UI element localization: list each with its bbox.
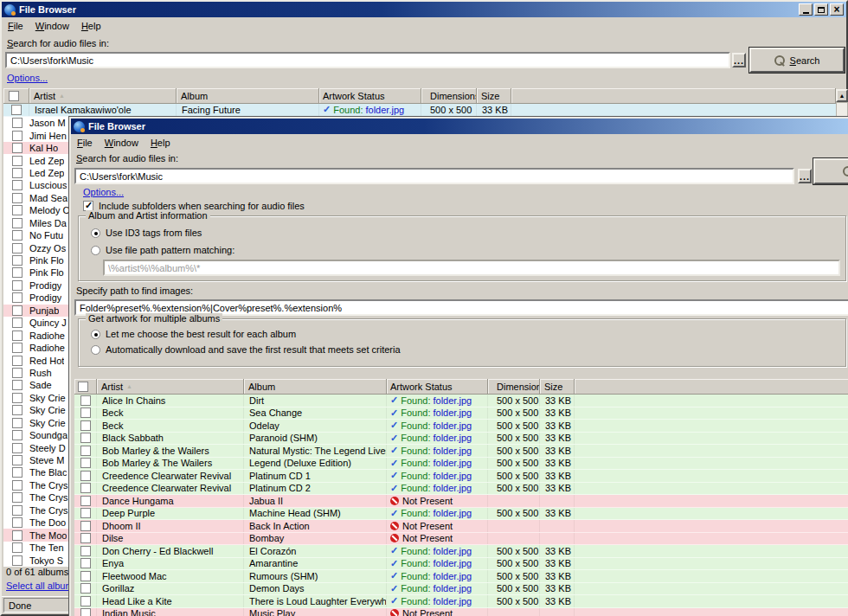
artwork-file-link[interactable]: folder.jpg: [433, 508, 472, 518]
row-checkbox[interactable]: [12, 230, 22, 241]
search-path-input[interactable]: [5, 52, 730, 68]
album-row[interactable]: BeckSea Change✓Found:folder.jpg500 x 500…: [74, 407, 848, 420]
row-checkbox[interactable]: [80, 496, 91, 506]
artwork-file-link[interactable]: folder.jpg: [433, 483, 472, 493]
album-row[interactable]: Bob Marley & the WailersNatural Mystic: …: [74, 445, 848, 458]
row-checkbox[interactable]: [12, 243, 22, 253]
column-header-album[interactable]: Album: [177, 88, 319, 104]
row-checkbox[interactable]: [12, 218, 22, 228]
close-button[interactable]: [830, 3, 844, 16]
artwork-file-link[interactable]: folder.jpg: [433, 433, 472, 443]
row-checkbox[interactable]: [12, 517, 22, 528]
row-checkbox[interactable]: [12, 480, 22, 491]
artwork-file-link[interactable]: folder.jpg: [433, 571, 472, 581]
row-checkbox[interactable]: [12, 356, 22, 366]
artwork-file-link[interactable]: folder.jpg: [433, 395, 472, 406]
album-row[interactable]: Bob Marley & The WailersLegend (Deluxe E…: [74, 458, 848, 471]
select-all-link[interactable]: Select all albun: [6, 581, 71, 591]
browse-button[interactable]: ...: [732, 53, 746, 67]
column-header-artwork-status[interactable]: Artwork Status: [319, 88, 421, 104]
row-checkbox[interactable]: [80, 583, 91, 594]
row-checkbox[interactable]: [12, 555, 22, 566]
auto-download-radio[interactable]: [91, 345, 100, 355]
album-row[interactable]: Don Cherry - Ed BlackwellEl Corazón✓Foun…: [74, 545, 848, 558]
menu-window[interactable]: Window: [29, 19, 75, 33]
artwork-file-link[interactable]: folder.jpg: [433, 471, 472, 481]
artwork-file-link[interactable]: folder.jpg: [433, 583, 472, 594]
row-checkbox[interactable]: [12, 156, 22, 166]
album-row[interactable]: Creedence Clearwater RevivalPlatinum CD …: [74, 470, 848, 483]
row-checkbox[interactable]: [12, 443, 22, 453]
column-header-artwork-status[interactable]: Artwork Status: [387, 379, 488, 395]
use-id3-radio[interactable]: [91, 228, 100, 238]
row-checkbox[interactable]: [80, 446, 91, 456]
row-checkbox[interactable]: [80, 508, 91, 518]
pattern-input[interactable]: [103, 260, 840, 276]
column-header-dimensions[interactable]: Dimensions: [421, 88, 477, 104]
select-all-checkbox[interactable]: [78, 382, 88, 392]
row-checkbox[interactable]: [80, 546, 91, 556]
column-header-artist[interactable]: Artist▲: [29, 88, 177, 104]
search-button[interactable]: Search: [749, 48, 845, 73]
bg-titlebar[interactable]: File Browser: [2, 2, 846, 17]
album-row[interactable]: GorillazDemon Days✓Found:folder.jpg500 x…: [74, 583, 848, 596]
album-row[interactable]: Dhoom IIBack In ActionNot Present: [74, 520, 848, 533]
row-checkbox[interactable]: [12, 168, 22, 178]
row-checkbox[interactable]: [12, 343, 22, 353]
row-checkbox[interactable]: [80, 571, 91, 581]
scrollbar-track[interactable]: [836, 102, 848, 118]
row-checkbox[interactable]: [80, 420, 91, 431]
row-checkbox[interactable]: [80, 533, 91, 543]
column-header-size[interactable]: Size: [477, 88, 511, 104]
row-checkbox[interactable]: [12, 143, 22, 153]
row-checkbox[interactable]: [80, 608, 91, 616]
row-checkbox[interactable]: [12, 492, 22, 503]
artwork-file-link[interactable]: folder.jpg: [433, 558, 472, 568]
column-header-artist[interactable]: Artist▲: [97, 379, 244, 395]
album-row[interactable]: Creedence Clearwater RevivalPlatinum CD …: [74, 483, 848, 496]
column-header-album[interactable]: Album: [244, 379, 387, 395]
row-checkbox[interactable]: [12, 430, 22, 440]
row-checkbox[interactable]: [80, 596, 91, 606]
menu-help[interactable]: Help: [145, 136, 177, 150]
row-checkbox[interactable]: [12, 467, 22, 478]
row-checkbox[interactable]: [12, 318, 22, 328]
row-checkbox[interactable]: [11, 105, 22, 115]
artwork-file-link[interactable]: folder.jpg: [365, 105, 404, 115]
artwork-file-link[interactable]: folder.jpg: [433, 546, 472, 556]
row-checkbox[interactable]: [12, 280, 22, 291]
row-checkbox[interactable]: [80, 433, 91, 443]
album-row[interactable]: Dance HungamaJabua IINot Present: [74, 495, 848, 508]
album-row[interactable]: Head Like a KiteThere is Loud Laughter E…: [74, 595, 848, 608]
row-checkbox[interactable]: [12, 180, 22, 190]
browse-button[interactable]: ...: [798, 169, 812, 183]
row-checkbox[interactable]: [12, 530, 22, 541]
row-checkbox[interactable]: [12, 455, 22, 465]
album-row[interactable]: Israel Kamakawiwo'ole Facing Future ✓ Fo…: [3, 104, 836, 117]
row-checkbox[interactable]: [12, 193, 22, 203]
maximize-button[interactable]: [814, 3, 828, 16]
row-checkbox[interactable]: [12, 267, 22, 278]
artwork-file-link[interactable]: folder.jpg: [433, 420, 472, 431]
row-checkbox[interactable]: [80, 407, 91, 418]
menu-file[interactable]: File: [71, 136, 99, 150]
row-checkbox[interactable]: [12, 418, 22, 428]
row-checkbox[interactable]: [12, 292, 22, 303]
artwork-file-link[interactable]: folder.jpg: [433, 446, 472, 456]
row-checkbox[interactable]: [12, 305, 22, 316]
album-row[interactable]: Alice In ChainsDirt✓Found:folder.jpg500 …: [74, 395, 848, 407]
options-link[interactable]: Options...: [7, 73, 48, 83]
album-row[interactable]: Deep PurpleMachine Head (SHM)✓Found:fold…: [74, 508, 848, 521]
row-checkbox[interactable]: [12, 405, 22, 415]
search-path-input[interactable]: [74, 168, 794, 184]
fg-titlebar[interactable]: File Browser: [71, 119, 848, 134]
choose-best-radio[interactable]: [91, 330, 100, 339]
row-checkbox[interactable]: [80, 458, 91, 468]
row-checkbox[interactable]: [12, 118, 22, 128]
row-checkbox[interactable]: [80, 558, 91, 568]
options-link[interactable]: Options...: [83, 187, 124, 197]
select-all-checkbox[interactable]: [9, 91, 19, 101]
row-checkbox[interactable]: [12, 330, 22, 341]
row-checkbox[interactable]: [80, 483, 91, 493]
artwork-file-link[interactable]: folder.jpg: [433, 596, 472, 606]
